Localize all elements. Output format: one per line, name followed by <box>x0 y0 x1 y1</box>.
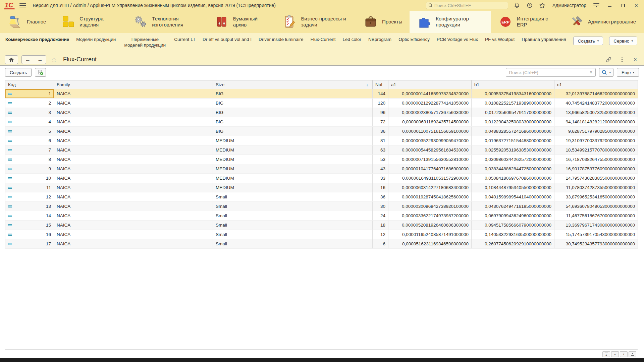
close-button[interactable]: × <box>632 2 641 9</box>
copy-item-button[interactable] <box>35 68 46 77</box>
subtab-11[interactable]: PF vs Woutput <box>485 37 515 42</box>
cell-c1[interactable]: 11,0780374287355000000000000 <box>554 183 638 192</box>
section-main[interactable]: Главное <box>1 11 53 33</box>
cell-c1[interactable]: 54,6936078048053000000000000 <box>554 202 638 211</box>
cell-a1[interactable]: 0,0000006911692435714500000 <box>388 117 472 127</box>
cell-c1[interactable]: 13,9665825007325000000000000 <box>554 108 638 117</box>
subtab-2[interactable]: Переменные моделей продукции <box>123 37 167 48</box>
cell-nol[interactable]: 120 <box>373 99 388 108</box>
cell-c1[interactable]: 32,0139788714662000000000000 <box>554 89 638 99</box>
cell-код[interactable]: 9 <box>5 164 54 174</box>
cell-b1[interactable]: 0,0172356095479117000000000 <box>472 108 554 117</box>
table-row[interactable]: 16NAICASmall120,000011652408587149100000… <box>5 230 638 239</box>
minimize-button[interactable] <box>605 2 614 9</box>
cell-a1[interactable]: 0,0000011007516156659100000 <box>388 127 472 136</box>
cell-nol[interactable]: 33 <box>373 174 388 183</box>
column-header-size[interactable]: Size↓ <box>213 80 373 89</box>
cell-a1[interactable]: 0,0000052081926460606300000 <box>388 221 472 230</box>
cell-a1[interactable]: 0,0000033622174973987200000 <box>388 211 472 221</box>
subtab-8[interactable]: NBprogram <box>368 37 391 42</box>
section-projects[interactable]: Проекты <box>356 11 410 33</box>
cell-a1[interactable]: 0,0000002129228774141050000 <box>388 99 472 108</box>
cell-family[interactable]: NAICA <box>54 108 213 117</box>
hamburger-menu-icon[interactable] <box>19 3 26 7</box>
table-row[interactable]: 2NAICABIG1200,00000021292287741410500000… <box>5 99 638 108</box>
cell-size[interactable]: MEDIUM <box>213 136 373 145</box>
favorites-star-icon[interactable] <box>538 1 546 9</box>
section-product-structure[interactable]: Структура изделия <box>53 11 126 33</box>
cell-a1[interactable]: 0,0000007139155630552810000 <box>388 155 472 164</box>
table-row[interactable]: 14NAICASmall240,000003362217497398720000… <box>5 211 638 221</box>
cell-family[interactable]: NAICA <box>54 145 213 155</box>
clear-search-icon[interactable]: × <box>586 68 595 76</box>
cell-код[interactable]: 13 <box>5 202 54 211</box>
section-manufacturing-technology[interactable]: Технология изготовления <box>126 11 207 33</box>
cell-код[interactable]: 1 <box>5 89 54 99</box>
cell-nol[interactable]: 30 <box>373 202 388 211</box>
cell-код[interactable]: 6 <box>5 136 54 145</box>
cell-size[interactable]: BIG <box>213 127 373 136</box>
cell-family[interactable]: NAICA <box>54 192 213 202</box>
cell-nol[interactable]: 72 <box>373 117 388 127</box>
cell-family[interactable]: NAICA <box>54 155 213 164</box>
cell-a1[interactable]: 0,0000002380571736756030000 <box>388 108 472 117</box>
cell-nol[interactable]: 24 <box>373 211 388 221</box>
cell-family[interactable]: NAICA <box>54 89 213 99</box>
cell-family[interactable]: NAICA <box>54 117 213 127</box>
cell-nol[interactable]: 43 <box>373 164 388 174</box>
subtab-6[interactable]: Flux-Current <box>311 37 336 42</box>
cell-family[interactable]: NAICA <box>54 183 213 192</box>
cell-код[interactable]: 2 <box>5 99 54 108</box>
cell-nol[interactable]: 96 <box>373 108 388 117</box>
cell-код[interactable]: 12 <box>5 192 54 202</box>
cell-size[interactable]: BIG <box>213 108 373 117</box>
table-row[interactable]: 17NAICASmall60,0000516231169346598000000… <box>5 239 638 249</box>
global-search-box[interactable] <box>426 2 508 9</box>
table-row[interactable]: 4NAICABIG720,00000069116924357145000000,… <box>5 117 638 127</box>
cell-b1[interactable]: 0,0508418069767086000000000 <box>472 174 554 183</box>
user-menu-icon[interactable]: ▾ <box>592 3 600 7</box>
cell-nol[interactable]: 6 <box>373 239 388 249</box>
cell-c1[interactable]: 16,7187038264755000000000000 <box>554 155 638 164</box>
more-kebab-icon[interactable] <box>618 56 626 64</box>
cell-size[interactable]: BIG <box>213 89 373 99</box>
panel-service-button[interactable]: Сервис▾ <box>609 37 637 45</box>
cell-nol[interactable]: 36 <box>373 127 388 136</box>
section-paper-archive[interactable]: Бумажный архив <box>207 11 275 33</box>
column-header-c1[interactable]: c1 <box>554 80 638 89</box>
column-header-a1[interactable]: a1 <box>388 80 472 89</box>
cell-size[interactable]: Small <box>213 239 373 249</box>
home-button[interactable] <box>5 55 18 64</box>
cell-size[interactable]: Small <box>213 211 373 221</box>
cell-a1[interactable]: 0,0000116524085871491000000 <box>388 230 472 239</box>
cell-family[interactable]: NAICA <box>54 99 213 108</box>
cell-код[interactable]: 8 <box>5 155 54 164</box>
subtab-1[interactable]: Модели продукции <box>76 37 116 42</box>
cell-a1[interactable]: 0,0000016493110531572900000 <box>388 174 472 183</box>
cell-family[interactable]: NAICA <box>54 230 213 239</box>
cell-size[interactable]: Small <box>213 221 373 230</box>
subtab-9[interactable]: Optic Efficiency <box>398 37 430 42</box>
scroll-down-button[interactable]: ▼ <box>620 351 628 357</box>
cell-family[interactable]: NAICA <box>54 174 213 183</box>
cell-b1[interactable]: 0,0108225215719389000000000 <box>472 99 554 108</box>
cell-a1[interactable]: 0,0000019287450418625600000 <box>388 192 472 202</box>
panel-create-button[interactable]: Создать▾ <box>573 37 603 45</box>
cell-nol[interactable]: 18 <box>373 221 388 230</box>
cell-код[interactable]: 14 <box>5 211 54 221</box>
table-row[interactable]: 11NAICAMEDIUM160,00000603142271806834000… <box>5 183 638 192</box>
back-button[interactable]: ← <box>22 56 34 64</box>
cell-a1[interactable]: 0,0000516231169346598000000 <box>388 239 472 249</box>
cell-b1[interactable]: 0,0401598989544104000000000 <box>472 192 554 202</box>
cell-c1[interactable]: 30,7495234357793000000000000 <box>554 239 638 249</box>
cell-family[interactable]: NAICA <box>54 127 213 136</box>
table-row[interactable]: 15NAICASmall180,000005208192646060630000… <box>5 221 638 230</box>
cell-c1[interactable]: 94,1481814828212000000000000 <box>554 117 638 127</box>
cell-c1[interactable]: 15,1745739170543000000000000 <box>554 230 638 239</box>
search-options-button[interactable]: ▾ <box>599 68 613 77</box>
cell-c1[interactable]: 40,7454241483772000000000000 <box>554 99 638 108</box>
table-row[interactable]: 13NAICASmall300,000003008684273892010000… <box>5 202 638 211</box>
cell-nol[interactable]: 12 <box>373 230 388 239</box>
table-row[interactable]: 3NAICABIG960,00000023805717367560300000,… <box>5 108 638 117</box>
cell-код[interactable]: 3 <box>5 108 54 117</box>
